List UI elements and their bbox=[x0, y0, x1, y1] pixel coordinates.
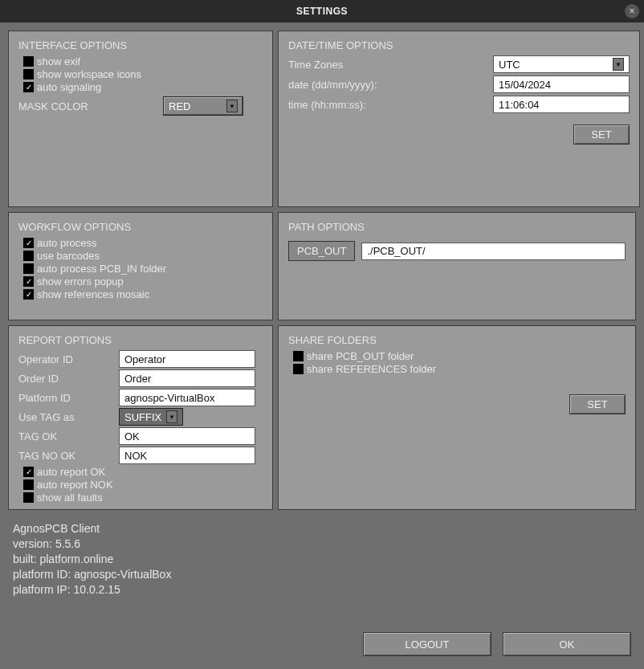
auto-signaling-checkbox[interactable] bbox=[23, 82, 34, 92]
tag-nok-input[interactable] bbox=[119, 447, 255, 464]
show-workspace-icons-checkbox[interactable] bbox=[23, 69, 34, 80]
operator-id-label: Operator ID bbox=[18, 353, 119, 365]
use-barcodes-label: use barcodes bbox=[37, 250, 100, 262]
show-all-faults-label: show all faults bbox=[37, 492, 103, 504]
share-references-label: share REFERENCES folder bbox=[307, 363, 436, 375]
auto-report-ok-label: auto report OK bbox=[37, 466, 105, 478]
mask-color-select[interactable]: RED ▼ bbox=[163, 96, 243, 116]
use-barcodes-checkbox[interactable] bbox=[23, 251, 34, 261]
section-title: SHARE FOLDERS bbox=[288, 334, 626, 346]
chevron-down-icon: ▼ bbox=[226, 100, 238, 112]
use-tag-select[interactable]: SUFFIX ▼ bbox=[119, 408, 183, 426]
share-set-button[interactable]: SET bbox=[569, 394, 626, 414]
chevron-down-icon: ▼ bbox=[613, 58, 624, 71]
footer-line: AgnosPCB Client bbox=[13, 521, 636, 536]
time-input[interactable] bbox=[493, 96, 630, 113]
section-title: WORKFLOW OPTIONS bbox=[18, 221, 263, 233]
auto-report-nok-label: auto report NOK bbox=[37, 479, 113, 491]
show-errors-popup-checkbox[interactable] bbox=[23, 276, 34, 287]
show-all-faults-checkbox[interactable] bbox=[23, 492, 34, 503]
auto-process-label: auto process bbox=[37, 237, 96, 249]
share-folders-panel: SHARE FOLDERS share PCB_OUT folder share… bbox=[278, 325, 636, 510]
show-exif-label: show exif bbox=[37, 55, 80, 67]
footer-line: platform IP: 10.0.2.15 bbox=[13, 582, 636, 598]
footer-line: built: platform.online bbox=[13, 552, 636, 567]
content: INTERFACE OPTIONS show exif show workspa… bbox=[0, 22, 644, 669]
platform-id-label: Platform ID bbox=[18, 392, 119, 404]
section-title: DATE/TIME OPTIONS bbox=[288, 39, 630, 51]
show-workspace-icons-label: show workspace icons bbox=[37, 68, 141, 80]
section-title: INTERFACE OPTIONS bbox=[18, 39, 263, 51]
show-refs-mosaic-checkbox[interactable] bbox=[23, 289, 34, 300]
workflow-options-panel: WORKFLOW OPTIONS auto process use barcod… bbox=[8, 212, 273, 320]
show-errors-popup-label: show errors popup bbox=[37, 275, 124, 288]
tag-ok-label: TAG OK bbox=[18, 430, 119, 443]
titlebar: SETTINGS × bbox=[0, 0, 644, 22]
pcb-out-input[interactable] bbox=[361, 243, 626, 260]
time-zone-value: UTC bbox=[499, 59, 520, 71]
share-pcb-out-label: share PCB_OUT folder bbox=[307, 350, 414, 362]
footer-line: platform ID: agnospc-VirtualBox bbox=[13, 567, 636, 582]
close-icon[interactable]: × bbox=[625, 4, 639, 18]
platform-id-input[interactable] bbox=[119, 389, 255, 406]
interface-options-panel: INTERFACE OPTIONS show exif show workspa… bbox=[8, 31, 273, 207]
share-pcb-out-checkbox[interactable] bbox=[293, 351, 304, 361]
auto-signaling-label: auto signaling bbox=[37, 81, 101, 93]
datetime-options-panel: DATE/TIME OPTIONS Time Zones UTC ▼ date … bbox=[278, 31, 640, 207]
auto-report-ok-checkbox[interactable] bbox=[23, 467, 34, 477]
operator-id-input[interactable] bbox=[119, 350, 255, 368]
use-tag-label: Use TAG as bbox=[18, 411, 119, 423]
auto-report-nok-checkbox[interactable] bbox=[23, 479, 34, 490]
date-input[interactable] bbox=[493, 75, 630, 93]
footer-line: version: 5.5.6 bbox=[13, 536, 636, 552]
auto-process-checkbox[interactable] bbox=[23, 238, 34, 248]
logout-button[interactable]: LOGOUT bbox=[363, 632, 491, 656]
auto-process-pcbin-checkbox[interactable] bbox=[23, 263, 34, 274]
order-id-label: Order ID bbox=[18, 373, 119, 385]
tag-nok-label: TAG NO OK bbox=[18, 450, 119, 462]
show-exif-checkbox[interactable] bbox=[23, 56, 34, 67]
footer-buttons: LOGOUT OK bbox=[8, 626, 636, 661]
order-id-input[interactable] bbox=[119, 369, 255, 387]
show-refs-mosaic-label: show references mosaic bbox=[37, 288, 149, 300]
time-zone-select[interactable]: UTC ▼ bbox=[493, 55, 630, 73]
mask-color-label: MASK COLOR bbox=[18, 100, 163, 112]
chevron-down-icon: ▼ bbox=[166, 410, 177, 423]
share-references-checkbox[interactable] bbox=[293, 364, 304, 374]
section-title: PATH OPTIONS bbox=[288, 221, 626, 233]
tag-ok-input[interactable] bbox=[119, 427, 255, 445]
pcb-out-button[interactable]: PCB_OUT bbox=[288, 241, 355, 261]
time-label: time (hh:mm:ss): bbox=[288, 99, 493, 111]
report-options-panel: REPORT OPTIONS Operator ID Order ID Plat… bbox=[8, 325, 273, 510]
mask-color-value: RED bbox=[169, 100, 190, 112]
date-label: date (dd/mm/yyyy): bbox=[288, 79, 493, 91]
window-title: SETTINGS bbox=[296, 6, 348, 17]
path-options-panel: PATH OPTIONS PCB_OUT bbox=[278, 212, 636, 320]
section-title: REPORT OPTIONS bbox=[18, 334, 263, 346]
auto-process-pcbin-label: auto process PCB_IN folder bbox=[37, 263, 166, 275]
use-tag-value: SUFFIX bbox=[124, 411, 161, 423]
ok-button[interactable]: OK bbox=[503, 632, 631, 656]
time-zones-label: Time Zones bbox=[288, 59, 493, 71]
datetime-set-button[interactable]: SET bbox=[573, 124, 630, 145]
footer-info: AgnosPCB Client version: 5.5.6 built: pl… bbox=[13, 521, 636, 597]
